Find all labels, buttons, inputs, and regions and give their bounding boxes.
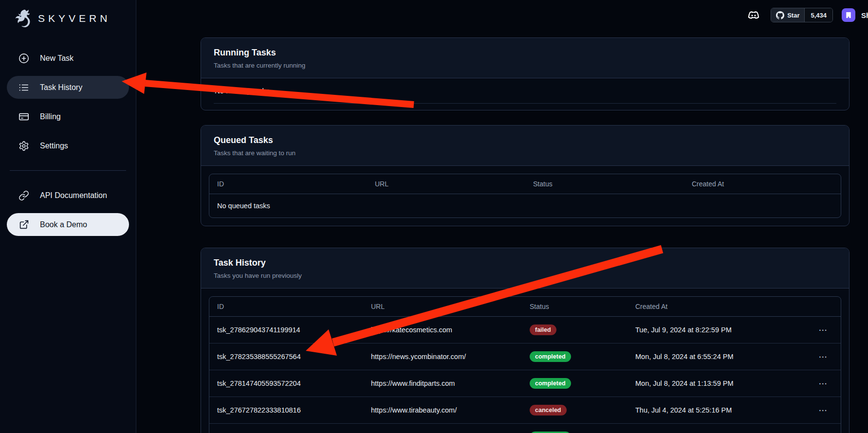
task-id-cell: tsk_278147405593572204 (209, 372, 363, 395)
status-cell: completed (522, 343, 628, 370)
sidebar-item-label: Settings (40, 142, 68, 150)
github-star-label: Star (787, 12, 799, 19)
table-row-empty: No queued tasks (209, 194, 841, 217)
column-header-actions (804, 301, 841, 312)
sidebar-divider (10, 170, 126, 171)
task-history-table: ID URL Status Created At tsk_27862904374… (209, 296, 841, 433)
external-link-icon (18, 219, 29, 230)
task-url-cell: https://news.ycombinator.com/ (363, 345, 522, 368)
brand-logo: SKYVERN (7, 5, 129, 32)
task-url-cell: https://www.tirabeauty.com/ (363, 398, 522, 422)
org-building-icon (845, 11, 852, 19)
table-row[interactable]: tsk_278147405593572204 https://www.findi… (209, 370, 841, 397)
task-history-card: Task History Tasks you have run previous… (201, 248, 850, 433)
created-at-cell: Tue, Jul 9, 2024 at 8:22:59 PM (628, 318, 804, 342)
sidebar-item-label: Book a Demo (40, 220, 87, 229)
created-at-cell: Thu, Jun 27, 2024 at 8:38:58 PM (628, 425, 804, 433)
row-actions-button[interactable]: ⋯ (804, 344, 841, 370)
created-at-cell: Thu, Jul 4, 2024 at 5:25:16 PM (628, 398, 804, 422)
link-icon (18, 190, 29, 201)
table-row[interactable]: tsk_274180139292204058 https://www.geico… (209, 424, 841, 433)
table-row[interactable]: tsk_276727822333810816 https://www.tirab… (209, 397, 841, 424)
task-url-cell: https://www.geico.com (363, 425, 522, 433)
sidebar-item-new-task[interactable]: New Task (7, 47, 129, 70)
task-url-cell: https://www.finditparts.com (363, 372, 522, 395)
github-star-count[interactable]: 5,434 (804, 8, 832, 22)
github-icon (776, 11, 784, 19)
sidebar-item-label: Billing (40, 112, 61, 121)
queued-tasks-table: ID URL Status Created At No queued tasks (209, 174, 841, 218)
sidebar-item-task-history[interactable]: Task History (7, 76, 129, 99)
table-header-row: ID URL Status Created At (209, 174, 841, 194)
github-star-button[interactable]: Star (771, 8, 804, 22)
row-actions-button[interactable]: ⋯ (804, 317, 841, 343)
table-row[interactable]: tsk_278629043741199914 https://katecosme… (209, 317, 841, 343)
created-at-cell: Mon, Jul 8, 2024 at 1:13:59 PM (628, 372, 804, 395)
circle-plus-icon (18, 53, 29, 64)
avatar[interactable] (842, 8, 855, 22)
status-badge: failed (530, 325, 556, 335)
running-tasks-card: Running Tasks Tasks that are currently r… (201, 37, 850, 110)
book-a-demo-button[interactable]: Book a Demo (7, 213, 129, 236)
table-header-row: ID URL Status Created At (209, 297, 841, 317)
row-actions-button[interactable]: ⋯ (804, 371, 841, 397)
sidebar-item-label: New Task (40, 54, 74, 63)
task-id-cell: tsk_278235388555267564 (209, 345, 363, 368)
column-header-url: URL (367, 174, 525, 194)
sidebar-item-settings[interactable]: Settings (7, 134, 129, 157)
sidebar-item-label: Task History (40, 83, 82, 92)
running-tasks-header: Running Tasks Tasks that are currently r… (201, 38, 849, 78)
status-cell: failed (522, 317, 628, 343)
column-header-status: Status (525, 174, 684, 194)
running-tasks-body: No running tasks (201, 78, 849, 110)
app-window: SKYVERN New Task Task History Billing (0, 0, 868, 433)
task-url-cell: https://katecosmetics.com (363, 318, 522, 342)
status-badge: canceled (530, 405, 567, 415)
list-icon (18, 82, 29, 93)
task-history-header: Task History Tasks you have run previous… (201, 248, 849, 289)
empty-state-running: No running tasks (214, 78, 836, 104)
card-subtitle: Tasks that are waiting to run (214, 149, 836, 157)
topbar: Star 5,434 Sh (136, 0, 868, 30)
row-actions-button[interactable]: ⋯ (804, 424, 841, 433)
sidebar-item-api-documentation[interactable]: API Documentation (7, 184, 129, 207)
empty-state-queued: No queued tasks (209, 194, 841, 217)
credit-card-icon (18, 111, 29, 122)
skyvern-dragon-icon (11, 7, 33, 30)
profile-name[interactable]: Sh (861, 11, 868, 19)
task-id-cell: tsk_274180139292204058 (209, 425, 363, 433)
column-header-created-at: Created At (628, 297, 804, 316)
queued-tasks-header: Queued Tasks Tasks that are waiting to r… (201, 126, 849, 166)
column-header-id: ID (209, 174, 367, 194)
status-badge: completed (530, 351, 571, 362)
status-cell: canceled (522, 397, 628, 423)
sidebar-item-label: API Documentation (40, 191, 107, 200)
status-cell: completed (522, 370, 628, 397)
card-title: Running Tasks (214, 48, 836, 58)
sidebar-item-billing[interactable]: Billing (7, 105, 129, 128)
column-header-status: Status (522, 297, 628, 316)
column-header-id: ID (209, 297, 363, 316)
main-content: Running Tasks Tasks that are currently r… (201, 37, 850, 433)
gear-icon (18, 141, 29, 151)
sidebar: SKYVERN New Task Task History Billing (0, 0, 136, 433)
card-title: Task History (214, 258, 836, 268)
github-star-widget[interactable]: Star 5,434 (771, 8, 833, 22)
task-id-cell: tsk_278629043741199914 (209, 318, 363, 342)
discord-icon[interactable] (745, 7, 762, 23)
card-subtitle: Tasks that are currently running (214, 62, 836, 69)
brand-name: SKYVERN (38, 13, 111, 24)
status-badge: completed (530, 378, 571, 389)
queued-tasks-card: Queued Tasks Tasks that are waiting to r… (201, 125, 850, 226)
sidebar-nav: New Task Task History Billing Settings (7, 47, 129, 236)
created-at-cell: Mon, Jul 8, 2024 at 6:55:24 PM (628, 345, 804, 368)
column-header-url: URL (363, 297, 522, 316)
table-row[interactable]: tsk_278235388555267564 https://news.ycom… (209, 343, 841, 370)
column-header-created-at: Created At (684, 174, 841, 194)
card-subtitle: Tasks you have run previously (214, 272, 836, 279)
row-actions-button[interactable]: ⋯ (804, 397, 841, 423)
status-cell: completed (522, 424, 628, 433)
task-id-cell: tsk_276727822333810816 (209, 398, 363, 422)
card-title: Queued Tasks (214, 135, 836, 145)
